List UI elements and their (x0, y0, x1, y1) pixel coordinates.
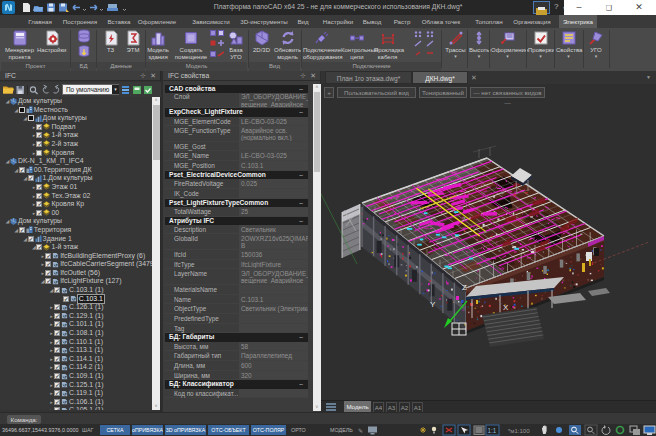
svg-text:X: X (503, 303, 509, 312)
svg-text:✎: ✎ (358, 428, 363, 434)
svg-text:Z: Z (462, 283, 467, 292)
svg-text:*м1:100: *м1:100 (508, 428, 530, 434)
svg-text:1:1: 1:1 (488, 427, 497, 434)
svg-text:Y: Y (430, 300, 436, 309)
